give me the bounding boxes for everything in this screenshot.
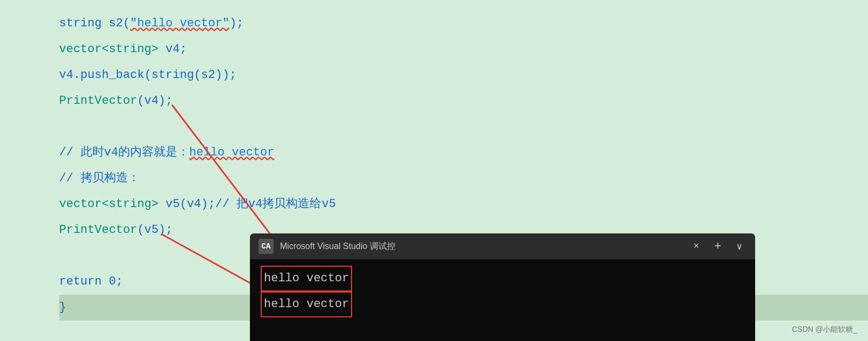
- terminal-output-line-2: hello vector: [261, 292, 744, 317]
- terminal-close-button[interactable]: ×: [689, 239, 704, 254]
- code-text: (v4);: [137, 88, 173, 114]
- output-box-1: hello vector: [261, 266, 352, 292]
- code-line-8: vector<string> v5(v4);// 把v4拷贝构造给v5: [59, 191, 868, 217]
- code-text: v5(v4);// 把v4拷贝构造给v5: [159, 191, 336, 217]
- code-text: v4.: [59, 62, 81, 88]
- code-line-4: PrintVector (v4);: [59, 88, 868, 114]
- code-line-5: [59, 114, 868, 140]
- keyword-string: string: [59, 11, 102, 37]
- code-line-3: v4. push_back ( string (s2));: [59, 62, 868, 88]
- code-line-1: string s2( "hello vector" );: [59, 11, 868, 37]
- main-container: string s2( "hello vector" ); vector<stri…: [0, 0, 868, 341]
- terminal-output-line-1: hello vector: [261, 266, 744, 292]
- method-print-vector2: PrintVector: [59, 217, 137, 243]
- keyword-vector2: vector<string>: [59, 191, 159, 217]
- code-line-7: // 拷贝构造：: [59, 166, 868, 191]
- keyword-vector: vector<string>: [59, 37, 159, 62]
- method-push-back: push_back: [81, 62, 145, 88]
- output-text-2: hello vector: [264, 297, 349, 311]
- code-text: v4;: [159, 37, 187, 62]
- comment-text: // 此时v4的内容就是：: [59, 140, 189, 166]
- code-text: );: [229, 11, 243, 37]
- keyword-string2: string: [152, 62, 194, 88]
- code-text: s2(: [102, 11, 130, 37]
- csdn-watermark: CSDN @小能软糖_: [792, 325, 857, 335]
- code-text: (v5);: [137, 217, 173, 243]
- terminal-add-button[interactable]: +: [710, 238, 726, 255]
- comment-copy-constructor: // 拷贝构造：: [59, 166, 140, 191]
- code-line-2: vector<string> v4;: [59, 37, 868, 62]
- code-line-6: // 此时v4的内容就是： hello vector: [59, 140, 868, 166]
- output-box-2: hello vector: [261, 292, 352, 317]
- terminal-chevron-button[interactable]: ∨: [732, 238, 747, 254]
- inline-comment-value: hello vector: [189, 140, 274, 166]
- terminal-icon-label: CA: [262, 242, 271, 251]
- string-literal: "hello vector": [130, 11, 229, 37]
- closing-brace: }: [59, 295, 66, 321]
- code-text: 0;: [102, 269, 123, 295]
- method-print-vector: PrintVector: [59, 88, 137, 114]
- keyword-return: return: [59, 269, 102, 295]
- code-text: (: [144, 62, 151, 88]
- terminal-icon: CA: [259, 239, 274, 254]
- terminal-body: hello vector hello vector: [250, 259, 755, 341]
- terminal-titlebar: CA Microsoft Visual Studio 调试控 × + ∨: [250, 233, 755, 259]
- code-text: (s2));: [194, 62, 236, 88]
- terminal-panel: CA Microsoft Visual Studio 调试控 × + ∨ hel…: [250, 233, 755, 341]
- output-text-1: hello vector: [264, 272, 349, 285]
- terminal-title: Microsoft Visual Studio 调试控: [280, 241, 683, 252]
